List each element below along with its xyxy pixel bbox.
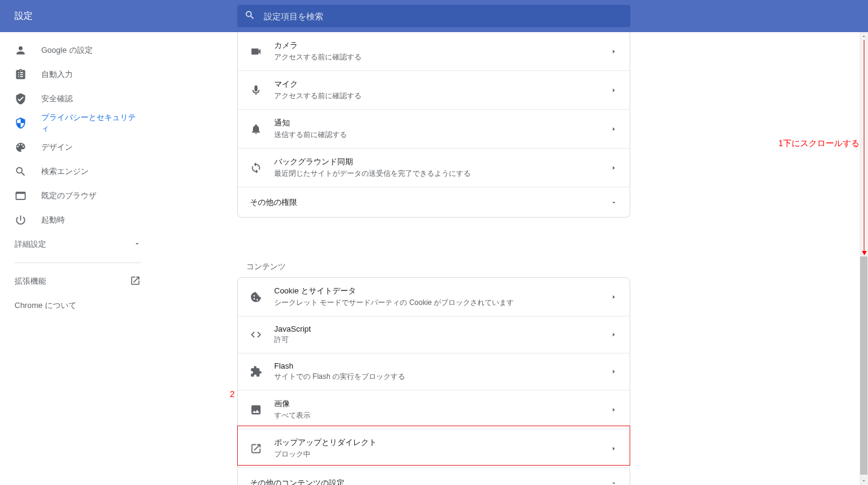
row-subtitle: 送信する前に確認する bbox=[274, 130, 610, 140]
header-title: 設定 bbox=[15, 10, 33, 22]
chevron-down-icon bbox=[133, 240, 141, 249]
row-cookies[interactable]: Cookie とサイトデータ シークレット モードでサードパーティの Cooki… bbox=[238, 278, 630, 316]
row-microphone[interactable]: マイク アクセスする前に確認する bbox=[238, 70, 630, 109]
row-background-sync[interactable]: バックグラウンド同期 最近閉じたサイトがデータの送受信を完了できるようにする bbox=[238, 148, 630, 187]
scrollbar-down-icon[interactable] bbox=[860, 477, 868, 485]
sidebar-item-label: 起動時 bbox=[41, 215, 65, 226]
external-link-icon bbox=[130, 275, 141, 288]
chevron-right-icon bbox=[610, 368, 617, 375]
sidebar-item-privacy[interactable]: プライバシーとセキュリティ bbox=[0, 111, 155, 135]
row-title: マイク bbox=[274, 79, 610, 90]
sidebar-item-label: 検索エンジン bbox=[41, 166, 89, 177]
chevron-right-icon bbox=[610, 164, 617, 172]
row-camera[interactable]: カメラ アクセスする前に確認する bbox=[238, 32, 630, 70]
row-other-permissions[interactable]: その他の権限 bbox=[238, 187, 630, 217]
row-subtitle: 許可 bbox=[274, 335, 610, 345]
sidebar-item-google[interactable]: Google の設定 bbox=[0, 38, 155, 62]
row-subtitle: サイトでの Flash の実行をブロックする bbox=[274, 372, 610, 382]
chevron-right-icon bbox=[610, 406, 617, 413]
clipboard-icon bbox=[15, 69, 27, 81]
sidebar-extensions[interactable]: 拡張機能 bbox=[0, 269, 155, 293]
cookie-icon bbox=[250, 291, 262, 303]
image-icon bbox=[250, 404, 262, 416]
chevron-right-icon bbox=[610, 87, 617, 94]
code-icon bbox=[250, 329, 262, 341]
header: 設定 bbox=[0, 0, 868, 32]
sidebar-item-default-browser[interactable]: 既定のブラウザ bbox=[0, 184, 155, 208]
sidebar: Google の設定 自動入力 安全確認 プライバシーとセキュリティ デザイン … bbox=[0, 32, 155, 485]
sidebar-advanced-label: 詳細設定 bbox=[15, 239, 46, 250]
row-title: JavaScript bbox=[274, 324, 610, 333]
chevron-right-icon bbox=[610, 125, 617, 133]
row-notifications[interactable]: 通知 送信する前に確認する bbox=[238, 109, 630, 148]
popup-icon bbox=[250, 443, 262, 455]
main-content: カメラ アクセスする前に確認する マイク アクセスする前に確認する 通知 送信す… bbox=[155, 32, 868, 485]
palette-icon bbox=[15, 141, 27, 153]
row-title: Cookie とサイトデータ bbox=[274, 286, 610, 296]
bell-icon bbox=[250, 123, 262, 135]
row-popups[interactable]: ポップアップとリダイレクト ブロック中 bbox=[238, 429, 630, 467]
security-icon bbox=[15, 117, 27, 129]
divider bbox=[15, 263, 141, 263]
sidebar-about-label: Chrome について bbox=[15, 300, 76, 311]
sync-icon bbox=[250, 162, 262, 174]
sidebar-item-autofill[interactable]: 自動入力 bbox=[0, 62, 155, 87]
sidebar-item-design[interactable]: デザイン bbox=[0, 135, 155, 159]
search-input[interactable] bbox=[264, 12, 623, 21]
shield-check-icon bbox=[15, 93, 27, 105]
sidebar-item-startup[interactable]: 起動時 bbox=[0, 208, 155, 232]
row-title: 通知 bbox=[274, 118, 610, 129]
extension-icon bbox=[250, 366, 262, 378]
content-card: Cookie とサイトデータ シークレット モードでサードパーティの Cooki… bbox=[237, 277, 630, 485]
scrollbar[interactable] bbox=[860, 32, 868, 485]
sidebar-item-label: デザイン bbox=[41, 142, 73, 153]
annotation-marker-2: 2 bbox=[230, 389, 235, 399]
row-title: バックグラウンド同期 bbox=[274, 156, 610, 167]
row-flash[interactable]: Flash サイトでの Flash の実行をブロックする bbox=[238, 353, 630, 390]
row-title: ポップアップとリダイレクト bbox=[274, 437, 610, 448]
search-container[interactable] bbox=[237, 5, 630, 27]
sidebar-item-search[interactable]: 検索エンジン bbox=[0, 159, 155, 184]
chevron-right-icon bbox=[610, 48, 617, 55]
row-subtitle: ブロック中 bbox=[274, 449, 610, 460]
sidebar-item-label: 自動入力 bbox=[41, 69, 73, 80]
row-title: その他の権限 bbox=[250, 197, 610, 208]
scrollbar-thumb[interactable] bbox=[860, 256, 867, 475]
row-subtitle: アクセスする前に確認する bbox=[274, 52, 610, 62]
search-icon bbox=[244, 10, 255, 22]
microphone-icon bbox=[250, 84, 262, 96]
sidebar-item-label: 既定のブラウザ bbox=[41, 190, 96, 201]
row-subtitle: すべて表示 bbox=[274, 410, 610, 421]
row-title: Flash bbox=[274, 361, 610, 370]
camera-icon bbox=[250, 45, 262, 58]
permissions-card: カメラ アクセスする前に確認する マイク アクセスする前に確認する 通知 送信す… bbox=[237, 32, 630, 218]
content-section-label: コンテンツ bbox=[246, 261, 286, 272]
chevron-right-icon bbox=[610, 331, 617, 338]
chevron-down-icon bbox=[610, 480, 617, 486]
sidebar-advanced[interactable]: 詳細設定 bbox=[0, 232, 155, 256]
row-subtitle: シークレット モードでサードパーティの Cookie がブロックされています bbox=[274, 298, 610, 308]
chevron-down-icon bbox=[610, 199, 617, 206]
row-title: カメラ bbox=[274, 40, 610, 51]
power-icon bbox=[15, 214, 27, 226]
sidebar-about[interactable]: Chrome について bbox=[0, 293, 155, 318]
chevron-right-icon bbox=[610, 293, 617, 301]
person-icon bbox=[15, 44, 27, 56]
row-images[interactable]: 画像 すべて表示 bbox=[238, 390, 630, 429]
chevron-right-icon bbox=[610, 445, 617, 452]
row-title: その他のコンテンツの設定 bbox=[250, 478, 610, 486]
sidebar-item-label: 安全確認 bbox=[41, 93, 73, 104]
sidebar-item-label: Google の設定 bbox=[41, 45, 93, 56]
row-subtitle: アクセスする前に確認する bbox=[274, 91, 610, 101]
search-icon bbox=[15, 166, 27, 178]
row-title: 画像 bbox=[274, 398, 610, 409]
sidebar-extensions-label: 拡張機能 bbox=[15, 276, 46, 287]
browser-icon bbox=[15, 190, 27, 202]
sidebar-item-safety[interactable]: 安全確認 bbox=[0, 87, 155, 111]
scrollbar-up-icon[interactable] bbox=[860, 32, 868, 41]
row-other-content[interactable]: その他のコンテンツの設定 bbox=[238, 467, 630, 485]
row-subtitle: 最近閉じたサイトがデータの送受信を完了できるようにする bbox=[274, 169, 610, 179]
sidebar-item-label: プライバシーとセキュリティ bbox=[41, 112, 141, 134]
row-javascript[interactable]: JavaScript 許可 bbox=[238, 316, 630, 353]
